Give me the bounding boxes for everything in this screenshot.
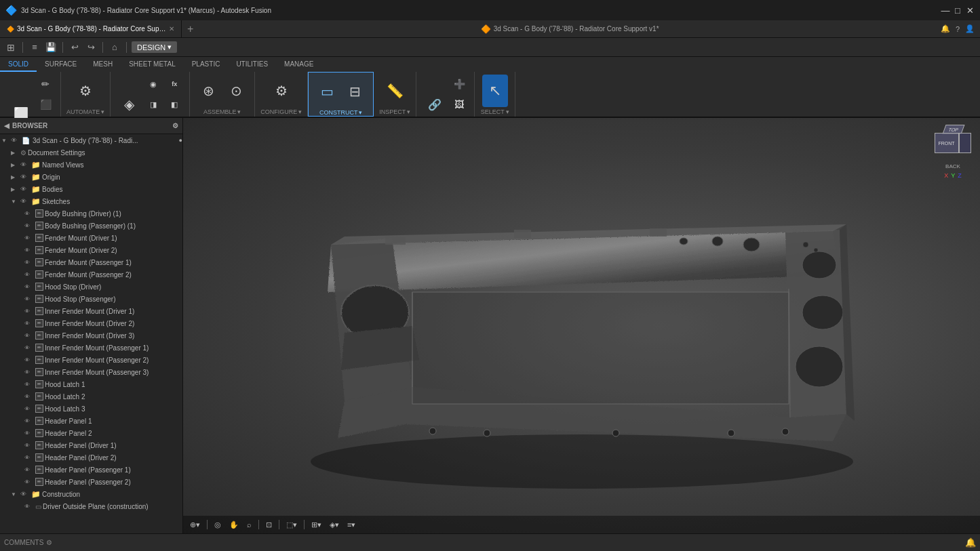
create-sketch-button[interactable]: ✏ (36, 75, 55, 94)
sketch-item-fender-mount-passenger-1[interactable]: 👁 ✏ Fender Mount (Passenger 1) (0, 256, 182, 268)
inspect-arrow[interactable]: ▾ (407, 108, 410, 115)
close-button[interactable]: ✕ (965, 5, 975, 15)
sketch-item-fender-mount-driver-2[interactable]: 👁 ✏ Fender Mount (Driver 2) (0, 244, 182, 256)
sketch-item-inner-fender-driver-2[interactable]: 👁 ✏ Inner Fender Mount (Driver 2) (0, 317, 182, 329)
zoom-ctrl[interactable]: ⌕ (244, 521, 254, 529)
fillet-button[interactable]: ◉ (144, 75, 163, 94)
joint-button[interactable]: ⊛ (195, 75, 221, 107)
tab-mesh[interactable]: MESH (85, 57, 121, 72)
orbit-ctrl[interactable]: ◎ (212, 521, 224, 529)
sketch-item-header-panel-driver-2[interactable]: 👁 ✏ Header Panel (Driver 2) (0, 451, 182, 464)
construct-sub-button[interactable]: ⊟ (342, 75, 368, 108)
sketches-eye[interactable]: 👁 (20, 198, 30, 205)
tab-close-button[interactable]: ✕ (169, 25, 174, 33)
browser-item-origin[interactable]: ▶ 👁 📁 Origin (0, 171, 182, 183)
tab-surface[interactable]: SURFACE (37, 57, 85, 72)
account-icon[interactable]: 👤 (965, 24, 975, 33)
notifications-icon[interactable]: 🔔 (941, 24, 950, 33)
sketch-item-fender-mount-driver-1[interactable]: 👁 ✏ Fender Mount (Driver 1) (0, 232, 182, 244)
bodies-eye[interactable]: 👁 (20, 186, 30, 192)
insert-link-button[interactable]: 🔗 (422, 88, 448, 121)
viewport-gizmo[interactable]: TOP FRONT BACK X Y Z (933, 125, 973, 172)
help-icon[interactable]: ? (956, 25, 960, 33)
insert-canvas-button[interactable]: 🖼 (450, 95, 469, 114)
cube-right-face[interactable] (959, 133, 971, 153)
fit-ctrl[interactable]: ⊡ (263, 521, 275, 529)
sketch-item-header-panel-driver-1[interactable]: 👁 ✏ Header Panel (Driver 1) (0, 439, 182, 451)
assemble-arrow[interactable]: ▾ (237, 108, 241, 115)
browser-item-named-views[interactable]: ▶ 👁 📁 Named Views (0, 159, 182, 171)
status-notification-icon[interactable]: 🔔 (965, 537, 976, 548)
select-arrow[interactable]: ▾ (506, 108, 509, 115)
sketch-item-body-bushing-driver-1[interactable]: 👁 ✏ Body Bushing (Driver) (1) (0, 207, 182, 220)
browser-item-construction[interactable]: ▼ 👁 📁 Construction (0, 488, 182, 500)
chamfer-button[interactable]: ◨ (144, 95, 163, 114)
browser-content[interactable]: ▼ 👁 📄 3d Scan - G Body ('78-'88) - Radi.… (0, 134, 182, 533)
browser-item-driver-outside-plane[interactable]: 👁 ▭ Driver Outside Plane (construction) (0, 500, 182, 512)
cube-front-face[interactable]: FRONT (935, 133, 959, 153)
bbd1-eye[interactable]: 👁 (24, 211, 34, 217)
minimize-button[interactable]: — (941, 5, 950, 15)
home-button[interactable]: ⌂ (108, 41, 121, 54)
file-menu-icon[interactable]: ≡ (28, 41, 41, 54)
combine-fx-button[interactable]: fx (165, 75, 184, 94)
browser-root-item[interactable]: ▼ 👁 📄 3d Scan - G Body ('78-'88) - Radi.… (0, 134, 182, 146)
measure-button[interactable]: 📏 (382, 75, 408, 107)
sketch-item-hood-stop-driver[interactable]: 👁 ✏ Hood Stop (Driver) (0, 281, 182, 293)
sketch-item-hood-latch-3[interactable]: 👁 ✏ Hood Latch 3 (0, 403, 182, 415)
display-settings-ctrl[interactable]: ⊕▾ (187, 521, 203, 529)
tab-solid[interactable]: SOLID (0, 57, 37, 72)
visual-style-ctrl[interactable]: ◈▾ (327, 521, 342, 529)
title-bar-controls[interactable]: — □ ✕ (941, 5, 975, 15)
more-ctrl[interactable]: ≡▾ (345, 521, 358, 529)
sketch-item-hood-stop-passenger[interactable]: 👁 ✏ Hood Stop (Passenger) (0, 293, 182, 305)
canvas-area[interactable]: TOP FRONT BACK X Y Z ⊕▾ ◎ ✋ ⌕ (183, 118, 980, 533)
grid-menu-icon[interactable]: ⊞ (4, 41, 18, 54)
sketch-item-fender-mount-passenger-2[interactable]: 👁 ✏ Fender Mount (Passenger 2) (0, 268, 182, 281)
as-built-button[interactable]: ⊙ (223, 75, 249, 107)
browser-item-bodies[interactable]: ▶ 👁 📁 Bodies (0, 183, 182, 195)
construct-arrow[interactable]: ▾ (359, 109, 362, 116)
viewport[interactable]: TOP FRONT BACK X Y Z ⊕▾ ◎ ✋ ⌕ (183, 118, 980, 533)
split-body-button[interactable]: ◧ (165, 95, 184, 114)
grid-ctrl[interactable]: ⊞▾ (309, 521, 324, 529)
maximize-button[interactable]: □ (953, 5, 962, 15)
sketch-item-inner-fender-passenger-3[interactable]: 👁 ✏ Inner Fender Mount (Passenger 3) (0, 366, 182, 378)
select-button[interactable]: ↖ (482, 75, 508, 107)
tab-plastic[interactable]: PLASTIC (184, 57, 229, 72)
document-tab[interactable]: 🔶 3d Scan - G Body ('78-'88) - Radiator … (0, 20, 182, 37)
browser-item-document-settings[interactable]: ▶ ⚙ Document Settings (0, 146, 182, 159)
browser-item-sketches[interactable]: ▼ 👁 📁 Sketches (0, 195, 182, 207)
undo-button[interactable]: ↩ (68, 41, 81, 54)
browser-collapse-icon[interactable]: ◀ (4, 122, 9, 129)
sketch-item-hood-latch-2[interactable]: 👁 ✏ Hood Latch 2 (0, 390, 182, 403)
sketch-item-inner-fender-passenger-2[interactable]: 👁 ✏ Inner Fender Mount (Passenger 2) (0, 354, 182, 366)
origin-eye[interactable]: 👁 (20, 174, 30, 180)
sketch-item-header-panel-2[interactable]: 👁 ✏ Header Panel 2 (0, 427, 182, 439)
push-pull-button[interactable]: ◈ (116, 88, 142, 121)
automate-button[interactable]: ⚙ (73, 75, 98, 107)
root-visibility-icon[interactable]: 👁 (11, 137, 20, 144)
save-button[interactable]: 💾 (44, 41, 58, 54)
named-views-eye[interactable]: 👁 (20, 161, 30, 168)
sketch-item-inner-fender-passenger-1[interactable]: 👁 ✏ Inner Fender Mount (Passenger 1) (0, 342, 182, 354)
tab-add-button[interactable]: + (182, 20, 199, 37)
pan-ctrl[interactable]: ✋ (227, 521, 241, 529)
automate-arrow[interactable]: ▾ (101, 108, 104, 115)
offset-plane-button[interactable]: ▭ (314, 75, 340, 108)
view-cube[interactable]: TOP FRONT (935, 125, 972, 162)
sketch-item-body-bushing-passenger-1[interactable]: 👁 ✏ Body Bushing (Passenger) (1) (0, 220, 182, 232)
sketch-item-inner-fender-driver-3[interactable]: 👁 ✏ Inner Fender Mount (Driver 3) (0, 329, 182, 342)
configure-arrow[interactable]: ▾ (298, 108, 302, 115)
tab-sheet-metal[interactable]: SHEET METAL (121, 57, 184, 72)
insert-add-button[interactable]: ➕ (450, 75, 469, 94)
sketch-item-header-panel-1[interactable]: 👁 ✏ Header Panel 1 (0, 415, 182, 427)
view-cube-ctrl[interactable]: ⬚▾ (283, 521, 300, 529)
configure-button[interactable]: ⚙ (269, 75, 294, 107)
comments-settings-icon[interactable]: ⚙ (46, 539, 52, 546)
browser-settings-icon[interactable]: ⚙ (172, 122, 178, 129)
tab-utilities[interactable]: UTILITIES (228, 57, 276, 72)
sketch-item-header-panel-passenger-2[interactable]: 👁 ✏ Header Panel (Passenger 2) (0, 476, 182, 488)
sketch-item-hood-latch-1[interactable]: 👁 ✏ Hood Latch 1 (0, 378, 182, 390)
tab-manage[interactable]: MANAGE (276, 57, 321, 72)
